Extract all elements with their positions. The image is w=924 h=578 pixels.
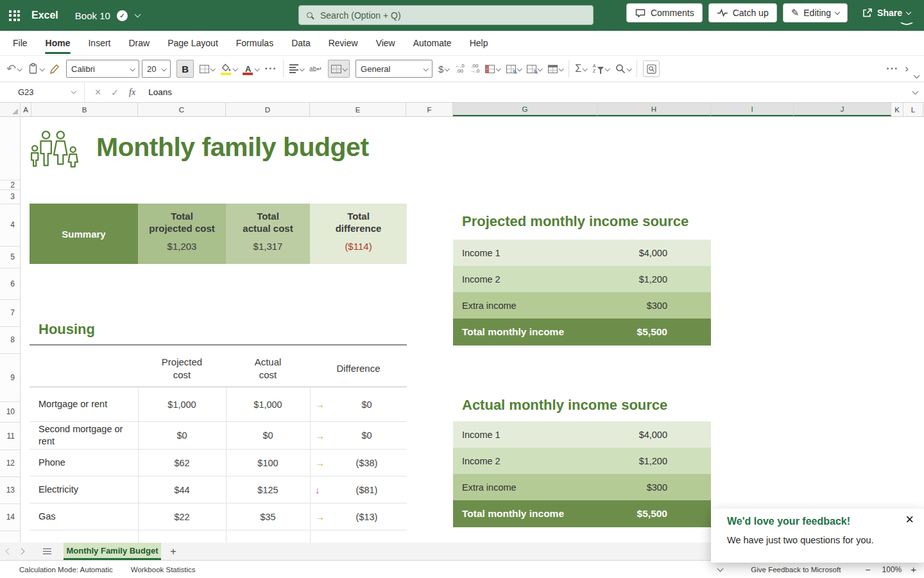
sheet-main-title[interactable]: Monthly family budget <box>96 132 369 162</box>
increase-decimal-button[interactable]: ←.0 .00 <box>455 64 465 74</box>
summary-projected-cell[interactable]: Totalprojected cost $1,203 <box>138 204 226 264</box>
income-row[interactable]: Income 1$4,000 <box>453 421 711 448</box>
row-header-11[interactable]: 11 <box>0 422 21 450</box>
projected-income-heading[interactable]: Projected monthly income source <box>462 213 689 230</box>
row-header-12[interactable]: 12 <box>0 450 21 477</box>
row-header-3[interactable]: 3 <box>0 189 21 204</box>
row-header-10[interactable]: 10 <box>0 401 21 422</box>
summary-actual-cell[interactable]: Totalactual cost $1,317 <box>226 204 310 264</box>
analyze-data-button[interactable] <box>643 60 660 77</box>
app-name[interactable]: Excel <box>31 10 58 21</box>
menu-formulas[interactable]: Formulas <box>227 31 282 55</box>
enter-icon[interactable]: ✓ <box>111 87 119 98</box>
housing-table[interactable]: Projectedcost Actualcost Difference Mort… <box>30 350 407 543</box>
row-header-5[interactable]: 5 <box>0 246 21 268</box>
calculation-mode-status[interactable]: Calculation Mode: Automatic <box>19 566 113 574</box>
paste-button[interactable] <box>28 63 44 74</box>
menu-data[interactable]: Data <box>282 31 320 55</box>
column-header-L[interactable]: L <box>903 103 923 116</box>
currency-format-button[interactable]: $ <box>438 64 449 74</box>
menu-view[interactable]: View <box>367 31 404 55</box>
row-header-14[interactable]: 14 <box>0 504 21 530</box>
conditional-formatting-button[interactable] <box>485 65 501 73</box>
search-bar[interactable] <box>298 5 594 25</box>
menu-draw[interactable]: Draw <box>119 31 158 55</box>
row-header-7[interactable]: 7 <box>0 299 21 326</box>
row-header-9[interactable]: 9 <box>0 353 21 401</box>
comments-button[interactable]: Comments <box>626 3 703 22</box>
formula-bar-expand-icon[interactable] <box>912 89 919 95</box>
income-total-row[interactable]: Total monthly income$5,500 <box>453 500 711 527</box>
close-icon[interactable]: × <box>905 511 914 528</box>
wrap-text-button[interactable]: ab↵ <box>309 66 322 73</box>
share-button[interactable]: Share <box>853 3 919 22</box>
column-header-F[interactable]: F <box>406 103 453 116</box>
name-box[interactable]: G23 <box>0 82 85 102</box>
housing-row[interactable]: Phone $62 $100 →($38) <box>30 450 407 477</box>
housing-row[interactable]: Gas $22 $35 →($13) <box>30 504 407 530</box>
add-sheet-button[interactable]: + <box>170 545 176 558</box>
document-title[interactable]: Book 10 <box>75 10 110 21</box>
income-row[interactable]: Extra income$300 <box>453 292 711 319</box>
alignment-button[interactable] <box>289 64 304 73</box>
undo-button[interactable]: ↶ <box>6 62 22 76</box>
workbook-statistics-button[interactable]: Workbook Statistics <box>131 566 196 574</box>
income-row[interactable]: Income 2$1,200 <box>453 448 711 474</box>
font-color-button[interactable]: A <box>243 63 259 74</box>
housing-row[interactable]: Water and sewer $8 $8 →$0 <box>30 530 407 543</box>
bold-button[interactable]: B <box>176 60 194 78</box>
menu-review[interactable]: Review <box>320 31 367 55</box>
font-name-select[interactable]: Calibri <box>66 60 139 78</box>
merge-cells-button[interactable] <box>328 60 350 78</box>
actual-income-heading[interactable]: Actual monthly income source <box>462 397 667 414</box>
autosum-button[interactable]: Σ <box>575 63 586 74</box>
row-header-13[interactable]: 13 <box>0 477 21 504</box>
font-size-select[interactable]: 20 <box>142 60 171 78</box>
menu-help[interactable]: Help <box>461 31 497 55</box>
summary-label-cell[interactable]: Summary <box>30 204 138 264</box>
column-header-D[interactable]: D <box>226 103 310 116</box>
search-input[interactable] <box>319 10 585 21</box>
previous-sheet-icon[interactable] <box>6 548 12 555</box>
housing-row[interactable]: Second mortgage or rent $0 $0 →$0 <box>30 422 407 450</box>
menu-automate[interactable]: Automate <box>404 31 461 55</box>
column-header-H[interactable]: H <box>597 103 711 116</box>
select-all-corner[interactable] <box>0 103 21 116</box>
ribbon-overflow-icon[interactable]: › <box>905 62 909 75</box>
summary-table[interactable]: Summary Totalprojected cost $1,203 Total… <box>30 204 407 264</box>
column-header-A[interactable]: A <box>21 103 31 116</box>
row-header-4[interactable]: 4 <box>0 204 21 246</box>
give-feedback-link[interactable]: Give Feedback to Microsoft <box>751 566 841 574</box>
housing-row[interactable]: Electricity $44 $125 ↓($81) <box>30 477 407 504</box>
insert-table-button[interactable] <box>548 65 563 73</box>
housing-row[interactable]: Mortgage or rent $1,000 $1,000 →$0 <box>30 387 407 422</box>
autosave-status-icon[interactable]: ✓ <box>117 10 128 21</box>
next-sheet-icon[interactable] <box>19 548 25 555</box>
menu-file[interactable]: File <box>4 31 37 55</box>
column-header-G[interactable]: G <box>453 103 597 116</box>
zoom-level[interactable]: 100% <box>882 565 902 574</box>
format-as-table-button[interactable]: ✎ <box>506 65 522 73</box>
column-header-K[interactable]: K <box>891 103 903 116</box>
editing-mode-button[interactable]: ✎ Editing <box>783 3 848 22</box>
decrease-decimal-button[interactable]: .00 →.0 <box>470 64 480 74</box>
menu-home[interactable]: Home <box>37 31 80 55</box>
sheet-list-menu-icon[interactable] <box>43 548 51 555</box>
fill-color-button[interactable] <box>221 63 237 74</box>
sort-filter-button[interactable]: A Z <box>593 64 610 74</box>
menu-page-layout[interactable]: Page Layout <box>158 31 227 55</box>
column-header-J[interactable]: J <box>794 103 891 116</box>
zoom-out-button[interactable]: − <box>865 565 870 575</box>
row-header-6[interactable]: 6 <box>0 268 21 299</box>
status-options-chevron-icon[interactable] <box>717 566 724 572</box>
insert-function-icon[interactable]: fx <box>129 87 135 98</box>
zoom-in-button[interactable]: + <box>911 564 916 575</box>
projected-income-table[interactable]: Income 1$4,000 Income 2$1,200 Extra inco… <box>453 240 711 346</box>
cancel-icon[interactable]: × <box>95 87 101 98</box>
spreadsheet-grid[interactable]: 234567891011121314 Monthly family budget… <box>0 117 924 543</box>
income-row[interactable]: Income 1$4,000 <box>453 240 711 266</box>
housing-section-heading[interactable]: Housing <box>38 321 95 338</box>
menu-insert[interactable]: Insert <box>79 31 119 55</box>
column-header-E[interactable]: E <box>310 103 406 116</box>
cell-styles-button[interactable]: ✎ <box>527 65 542 73</box>
